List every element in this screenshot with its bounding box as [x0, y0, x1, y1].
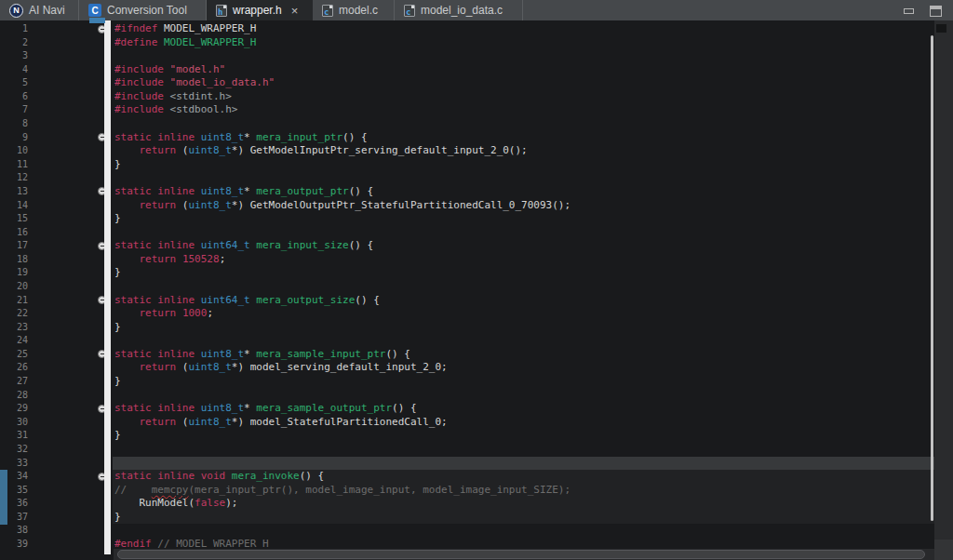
code-line[interactable]: 36 RunModel(false);: [0, 497, 953, 511]
code-text[interactable]: static inline void mera_invoke() {: [114, 470, 324, 484]
maximize-view-icon[interactable]: [930, 6, 942, 17]
code-line[interactable]: 6#include <stdint.h>: [0, 90, 953, 104]
code-text[interactable]: return 150528;: [114, 253, 225, 267]
line-number: 14: [0, 199, 28, 213]
code-text[interactable]: return (uint8_t*) model_serving_default_…: [114, 361, 448, 375]
code-text[interactable]: RunModel(false);: [114, 497, 237, 511]
code-line[interactable]: 11}: [0, 158, 953, 172]
minimize-view-icon[interactable]: [904, 8, 914, 14]
code-text[interactable]: return (uint8_t*) model_StatefulPartitio…: [114, 416, 448, 430]
code-line[interactable]: 4#include "model.h": [0, 63, 953, 77]
code-text[interactable]: #ifndef MODEL_WRAPPER_H: [114, 22, 256, 36]
tab-ai-navi[interactable]: N AI Navi: [0, 0, 79, 20]
code-line[interactable]: 20: [0, 280, 953, 294]
line-number: 39: [0, 538, 28, 552]
close-tab-icon[interactable]: ×: [291, 5, 299, 17]
code-line[interactable]: 30 return (uint8_t*) model_StatefulParti…: [0, 416, 953, 430]
code-text[interactable]: }: [114, 158, 121, 172]
code-line[interactable]: 10 return (uint8_t*) GetModelInputPtr_se…: [0, 144, 953, 158]
code-text[interactable]: }: [114, 511, 121, 525]
code-line[interactable]: 12: [0, 171, 953, 185]
code-line[interactable]: 25static inline uint8_t* mera_sample_inp…: [0, 348, 953, 362]
line-number: 5: [0, 76, 28, 90]
code-line[interactable]: 3: [0, 49, 953, 63]
code-text[interactable]: static inline uint8_t* mera_output_ptr()…: [114, 185, 373, 199]
c-file-icon: c: [322, 5, 333, 17]
code-line[interactable]: 21static inline uint64_t mera_output_siz…: [0, 294, 953, 308]
code-line[interactable]: 31}: [0, 429, 953, 443]
line-number: 1: [0, 22, 28, 36]
code-text[interactable]: static inline uint64_t mera_output_size(…: [114, 294, 380, 308]
code-line[interactable]: 17static inline uint64_t mera_input_size…: [0, 239, 953, 253]
code-text[interactable]: #include <stdbool.h>: [114, 103, 237, 117]
h-file-icon: h: [216, 5, 227, 17]
code-line[interactable]: 16: [0, 226, 953, 240]
code-text[interactable]: return (uint8_t*) GetModelOutputPtr_Stat…: [114, 199, 570, 213]
code-editor[interactable]: 1#ifndef MODEL_WRAPPER_H2#define MODEL_W…: [0, 20, 953, 560]
code-text[interactable]: return 1000;: [114, 307, 213, 321]
line-number: 20: [0, 280, 28, 294]
tab-label: model.c: [339, 4, 378, 17]
line-number: 21: [0, 294, 28, 308]
code-line[interactable]: 38: [0, 524, 953, 538]
horizontal-scrollbar-thumb[interactable]: [117, 550, 925, 559]
tab-wrapper-h[interactable]: h wrapper.h ×: [207, 0, 313, 20]
overview-ruler[interactable]: [934, 20, 953, 549]
code-line[interactable]: 13static inline uint8_t* mera_output_ptr…: [0, 185, 953, 199]
code-text[interactable]: static inline uint8_t* mera_sample_input…: [114, 348, 410, 362]
code-line[interactable]: 15}: [0, 212, 953, 226]
line-number: 4: [0, 63, 28, 77]
tab-model-io-data-c[interactable]: c model_io_data.c: [395, 0, 523, 20]
code-text[interactable]: }: [114, 266, 121, 280]
line-number: 10: [0, 144, 28, 158]
scrollbar-corner: [934, 540, 953, 560]
code-line[interactable]: 9static inline uint8_t* mera_input_ptr()…: [0, 131, 953, 145]
code-line[interactable]: 32: [0, 443, 953, 457]
vertical-scrollbar-thumb[interactable]: [931, 35, 933, 521]
line-number: 9: [0, 131, 28, 145]
code-line[interactable]: 35// memcpy(mera_input_ptr(), model_imag…: [0, 484, 953, 498]
code-text[interactable]: #include <stdint.h>: [114, 90, 232, 104]
code-text[interactable]: static inline uint8_t* mera_input_ptr() …: [114, 131, 368, 145]
code-text[interactable]: #include "model_io_data.h": [114, 76, 275, 90]
line-number: 13: [0, 185, 28, 199]
code-text[interactable]: #include "model.h": [114, 63, 225, 77]
code-line[interactable]: 27}: [0, 375, 953, 389]
code-line[interactable]: 14 return (uint8_t*) GetModelOutputPtr_S…: [0, 199, 953, 213]
line-number: 22: [0, 307, 28, 321]
code-line[interactable]: 26 return (uint8_t*) model_serving_defau…: [0, 361, 953, 375]
tab-label: Conversion Tool: [107, 4, 187, 17]
code-line[interactable]: 22 return 1000;: [0, 307, 953, 321]
code-line[interactable]: 24: [0, 334, 953, 348]
line-number: 19: [0, 266, 28, 280]
code-line[interactable]: 33: [0, 457, 953, 471]
code-text[interactable]: // memcpy(mera_input_ptr(), model_image_…: [114, 484, 570, 498]
code-line[interactable]: 1#ifndef MODEL_WRAPPER_H: [0, 22, 953, 36]
code-line[interactable]: 18 return 150528;: [0, 253, 953, 267]
code-line[interactable]: 7#include <stdbool.h>: [0, 103, 953, 117]
code-line[interactable]: 29static inline uint8_t* mera_sample_out…: [0, 402, 953, 416]
code-text[interactable]: static inline uint8_t* mera_sample_outpu…: [114, 402, 417, 416]
code-text[interactable]: static inline uint64_t mera_input_size()…: [114, 239, 373, 253]
code-line[interactable]: 23}: [0, 321, 953, 335]
line-number: 29: [0, 402, 28, 416]
code-text[interactable]: }: [114, 375, 121, 389]
line-number: 26: [0, 361, 28, 375]
horizontal-scrollbar[interactable]: [114, 549, 934, 560]
code-line[interactable]: 2#define MODEL_WRAPPER_H: [0, 36, 953, 50]
code-line[interactable]: 19}: [0, 266, 953, 280]
code-line[interactable]: 34static inline void mera_invoke() {: [0, 470, 953, 484]
code-line[interactable]: 5#include "model_io_data.h": [0, 76, 953, 90]
line-number: 25: [0, 348, 28, 362]
code-line[interactable]: 28: [0, 389, 953, 403]
code-text[interactable]: return (uint8_t*) GetModelInputPtr_servi…: [114, 144, 528, 158]
tab-model-c[interactable]: c model.c: [313, 0, 395, 20]
code-text[interactable]: }: [114, 321, 121, 335]
tab-bar: N AI Navi C Conversion Tool h wrapper.h …: [0, 0, 953, 20]
code-line[interactable]: 37}: [0, 511, 953, 525]
code-line[interactable]: 8: [0, 117, 953, 131]
code-text[interactable]: #define MODEL_WRAPPER_H: [114, 36, 256, 50]
code-text[interactable]: }: [114, 212, 121, 226]
code-text[interactable]: }: [114, 429, 121, 443]
line-number: 38: [0, 524, 28, 538]
